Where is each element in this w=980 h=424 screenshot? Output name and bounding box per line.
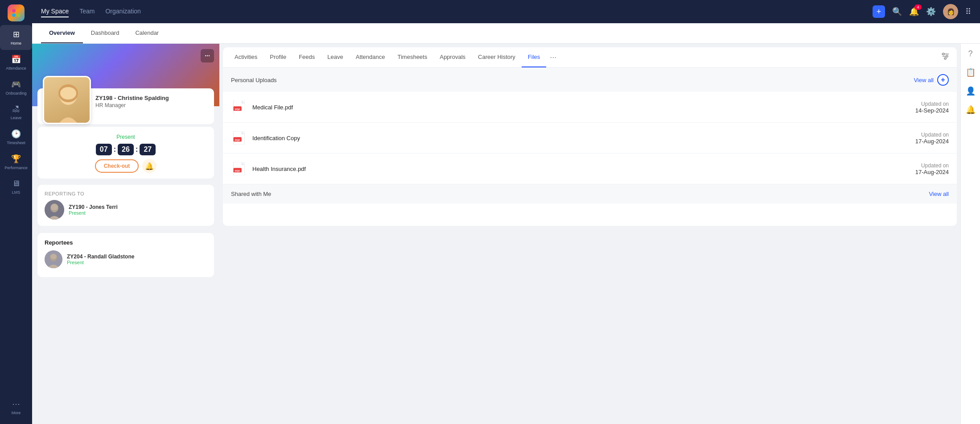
reporting-avatar <box>45 200 64 220</box>
app-logo <box>8 4 25 21</box>
shared-view-all[interactable]: View all <box>929 191 949 197</box>
notification-badge: 4 <box>914 4 922 10</box>
tab-activities[interactable]: Activities <box>228 47 264 67</box>
file-name-insurance: Health Insurance.pdf <box>252 166 915 172</box>
svg-point-2 <box>12 13 16 17</box>
sidebar-item-onboarding[interactable]: 🎮 Onboarding <box>0 75 32 100</box>
add-button[interactable]: + <box>873 5 885 18</box>
profile-avatar <box>43 76 91 124</box>
left-panel: ··· ZY198 - Christine Spalding <box>32 44 219 424</box>
top-nav: My Space Team Organization <box>41 6 141 17</box>
reminder-bell-button[interactable]: 🔔 <box>142 159 156 173</box>
svg-point-15 <box>943 53 944 55</box>
checkout-row: Check-out 🔔 <box>45 159 207 173</box>
personal-uploads-add-button[interactable]: + <box>937 74 949 86</box>
tab-feeds[interactable]: Feeds <box>292 47 321 67</box>
reportees-label: Reportees <box>45 239 207 246</box>
leave-icon: 🏖 <box>12 104 20 114</box>
clipboard-icon[interactable]: 📋 <box>966 67 976 77</box>
top-nav-myspace[interactable]: My Space <box>41 6 69 17</box>
right-sidebar: ? 📋 👤 🔔 <box>960 44 980 424</box>
file-date-insurance: Updated on 17-Aug-2024 <box>915 162 949 175</box>
tab-files[interactable]: Files <box>522 47 546 67</box>
sidebar-item-home[interactable]: ⊞ Home <box>0 25 32 50</box>
onboarding-icon: 🎮 <box>11 79 21 89</box>
svg-point-0 <box>12 9 16 12</box>
sidebar-item-more[interactable]: ⋯ More <box>0 395 32 420</box>
alert-icon[interactable]: 🔔 <box>966 105 976 115</box>
more-tabs-button[interactable]: ··· <box>546 53 560 62</box>
banner-more-button[interactable]: ··· <box>201 49 214 62</box>
checkout-button[interactable]: Check-out <box>95 159 139 173</box>
content-area: ··· ZY198 - Christine Spalding <box>32 44 980 424</box>
sidebar-item-lms[interactable]: 🖥 LMS <box>0 175 32 199</box>
more-icon: ⋯ <box>12 399 20 409</box>
file-date-medical: Updated on 14-Sep-2024 <box>915 101 949 114</box>
top-nav-organization[interactable]: Organization <box>105 6 140 17</box>
reportee-id-name: ZY204 - Randall Gladstone <box>67 254 134 260</box>
timesheet-icon: 🕑 <box>11 129 21 139</box>
performance-icon: 🏆 <box>11 154 21 164</box>
sidebar-item-leave[interactable]: 🏖 Leave <box>0 100 32 125</box>
person-icon[interactable]: 👤 <box>966 86 976 96</box>
tab-leave[interactable]: Leave <box>321 47 349 67</box>
files-container: Activities Profile Feeds Leave Attendanc… <box>223 47 957 226</box>
svg-point-11 <box>50 254 57 259</box>
top-nav-team[interactable]: Team <box>79 6 95 17</box>
reportee-avatar <box>45 250 62 268</box>
notifications-icon[interactable]: 🔔 4 <box>909 7 919 17</box>
home-icon: ⊞ <box>13 29 20 39</box>
help-icon[interactable]: ? <box>968 49 972 58</box>
svg-point-17 <box>944 58 946 59</box>
clock-card: Present 07 : 26 : 27 Check-out 🔔 <box>37 127 214 179</box>
tab-calendar[interactable]: Calendar <box>127 23 167 43</box>
grid-icon[interactable]: ⠿ <box>965 7 971 17</box>
svg-text:PDF: PDF <box>235 108 240 111</box>
employee-status: Present <box>45 134 207 140</box>
sidebar-item-timesheet[interactable]: 🕑 Timesheet <box>0 125 32 150</box>
clock-seconds: 27 <box>140 144 156 155</box>
pdf-icon-medical: PDF <box>231 99 247 115</box>
file-name-medical: Medical File.pdf <box>252 104 915 111</box>
tab-approvals[interactable]: Approvals <box>433 47 472 67</box>
tab-attendance[interactable]: Attendance <box>350 47 391 67</box>
shared-with-me-title: Shared with Me <box>231 191 271 197</box>
tab-dashboard[interactable]: Dashboard <box>83 23 128 43</box>
tab-career-history[interactable]: Career History <box>472 47 522 67</box>
user-avatar[interactable]: 👩 <box>943 4 958 19</box>
clock-hours: 07 <box>96 144 112 155</box>
reporting-status: Present <box>69 210 118 216</box>
file-name-identification: Identification Copy <box>252 135 915 141</box>
file-item-insurance: PDF Health Insurance.pdf Updated on 17-A… <box>223 154 957 184</box>
file-item-medical: PDF Medical File.pdf Updated on 14-Sep-2… <box>223 92 957 123</box>
reporting-person: ZY190 - Jones Terri Present <box>45 200 207 220</box>
svg-point-16 <box>946 55 948 57</box>
sidebar-item-attendance[interactable]: 📅 Attendance <box>0 50 32 75</box>
settings-icon[interactable]: ⚙️ <box>926 7 936 17</box>
tab-overview[interactable]: Overview <box>41 23 83 43</box>
left-navigation: ⊞ Home 📅 Attendance 🎮 Onboarding 🏖 Leave… <box>0 0 32 424</box>
svg-point-7 <box>60 87 76 100</box>
lms-icon: 🖥 <box>12 179 20 188</box>
top-bar: My Space Team Organization + 🔍 🔔 4 ⚙️ 👩 … <box>32 0 980 23</box>
reportee-info: ZY204 - Randall Gladstone Present <box>67 254 134 265</box>
search-icon[interactable]: 🔍 <box>892 7 902 17</box>
file-date-identification: Updated on 17-Aug-2024 <box>915 132 949 145</box>
top-bar-right: + 🔍 🔔 4 ⚙️ 👩 ⠿ <box>873 4 971 19</box>
tab-timesheets[interactable]: Timesheets <box>391 47 434 67</box>
personal-uploads-title: Personal Uploads <box>231 77 277 83</box>
sidebar-item-performance[interactable]: 🏆 Performance <box>0 150 32 175</box>
personal-uploads-view-all[interactable]: View all <box>914 77 934 83</box>
reportee-item: ZY204 - Randall Gladstone Present <box>45 250 207 268</box>
svg-point-9 <box>51 204 58 210</box>
reportees-card: Reportees ZY204 - Randall Gladstone <box>37 233 214 277</box>
svg-point-1 <box>16 9 20 12</box>
svg-text:PDF: PDF <box>235 170 240 172</box>
reporting-to-card: Reporting To ZY190 - Jones Terri Pr <box>37 185 214 226</box>
tab-profile[interactable]: Profile <box>264 47 292 67</box>
clock-display: 07 : 26 : 27 <box>45 144 207 155</box>
filter-icon[interactable] <box>939 52 951 63</box>
files-tabs: Activities Profile Feeds Leave Attendanc… <box>223 47 957 68</box>
svg-point-3 <box>16 13 20 17</box>
pdf-icon-identification: PDF <box>231 130 247 146</box>
